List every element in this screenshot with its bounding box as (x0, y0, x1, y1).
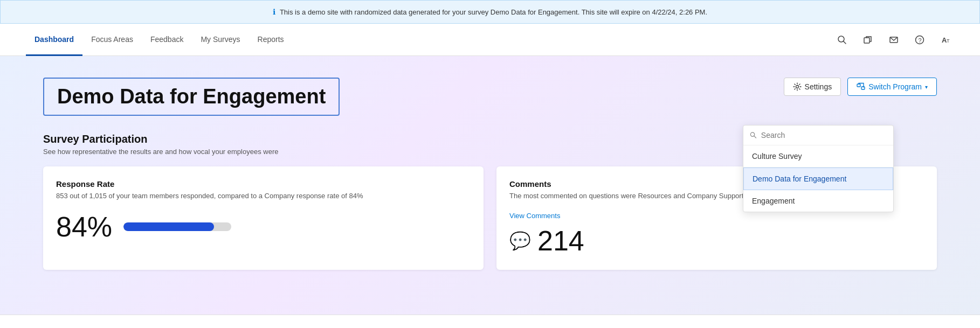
settings-button[interactable]: Settings (784, 78, 841, 96)
dropdown-search-icon (750, 131, 757, 139)
svg-line-12 (754, 136, 756, 138)
bottom-hint (0, 315, 980, 328)
switch-icon (857, 82, 865, 91)
svg-text:?: ? (919, 37, 922, 43)
chevron-down-icon: ▾ (925, 84, 928, 90)
settings-label: Settings (805, 82, 832, 91)
svg-rect-9 (857, 84, 860, 87)
svg-point-8 (796, 86, 798, 88)
dropdown-search-container (743, 125, 893, 145)
window-icon (863, 35, 873, 45)
progress-bar-fill (123, 222, 214, 231)
help-icon: ? (915, 35, 924, 45)
mail-button[interactable] (885, 31, 902, 48)
dropdown-item-demo-data[interactable]: Demo Data for Engagement (743, 168, 893, 190)
response-rate-percent: 84% (56, 211, 112, 243)
nav-tabs: Dashboard Focus Areas Feedback My Survey… (26, 24, 293, 55)
header-icons: ? A T (833, 31, 954, 48)
svg-rect-2 (864, 38, 869, 43)
comment-count: 214 (537, 225, 584, 257)
help-button[interactable]: ? (911, 31, 928, 48)
mail-icon (889, 35, 899, 45)
page-title-box: Demo Data for Engagement (43, 78, 340, 116)
response-rate-title: Response Rate (56, 179, 471, 189)
tab-feedback[interactable]: Feedback (142, 24, 192, 56)
response-rate-card: Response Rate 853 out of 1,015 of your t… (43, 166, 484, 270)
switch-program-dropdown: Culture Survey Demo Data for Engagement … (743, 125, 894, 212)
page-title: Demo Data for Engagement (57, 85, 326, 108)
progress-bar-wrap (123, 222, 231, 231)
response-rate-desc: 853 out of 1,015 of your team members re… (56, 192, 471, 200)
gear-icon (793, 82, 802, 91)
svg-text:T: T (947, 38, 950, 44)
svg-line-1 (844, 41, 846, 44)
info-icon: ℹ (273, 8, 275, 16)
tab-dashboard[interactable]: Dashboard (26, 24, 82, 56)
tab-focus-areas[interactable]: Focus Areas (82, 24, 142, 56)
switch-program-button[interactable]: Switch Program ▾ (847, 78, 937, 96)
view-comments-link[interactable]: View Comments (509, 212, 560, 220)
dropdown-item-culture-survey[interactable]: Culture Survey (743, 145, 893, 168)
progress-bar-track (123, 222, 231, 231)
main-content: Demo Data for Engagement Settings Switch… (0, 56, 980, 315)
demo-banner: ℹ This is a demo site with randomized da… (0, 0, 980, 24)
window-button[interactable] (859, 31, 877, 48)
banner-text: This is a demo site with randomized data… (280, 8, 707, 16)
dropdown-item-engagement[interactable]: Engagement (743, 190, 893, 212)
top-right-actions: Settings Switch Program ▾ Culture Survey (784, 78, 937, 96)
switch-program-label: Switch Program (868, 82, 922, 91)
font-icon: A T (941, 35, 950, 45)
header: Dashboard Focus Areas Feedback My Survey… (0, 24, 980, 56)
response-rate-display: 84% (56, 211, 471, 243)
comment-bubble-icon: 💬 (509, 231, 531, 251)
dropdown-search-input[interactable] (761, 131, 887, 139)
tab-my-surveys[interactable]: My Surveys (192, 24, 249, 56)
tab-reports[interactable]: Reports (249, 24, 293, 56)
comment-count-row: 💬 214 (509, 225, 924, 257)
search-button[interactable] (833, 31, 851, 48)
font-button[interactable]: A T (937, 31, 954, 48)
search-icon (837, 35, 847, 45)
